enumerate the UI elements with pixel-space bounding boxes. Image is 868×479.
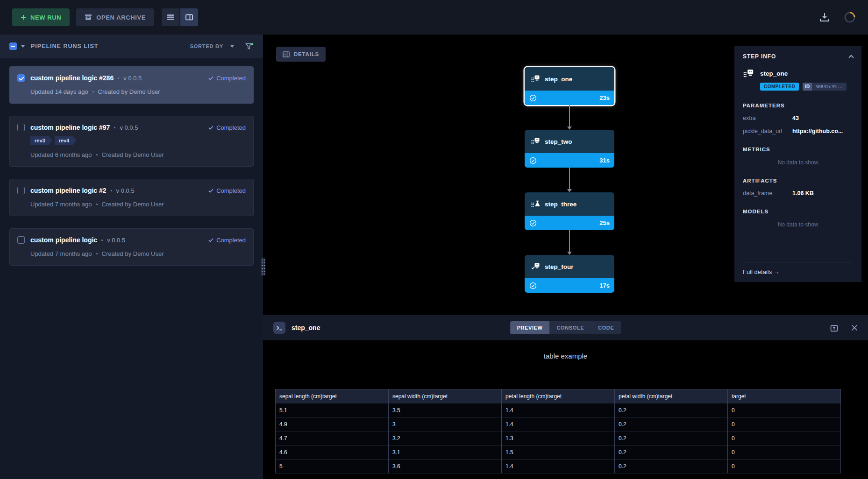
table-row: 4.6 3.1 1.5 0.2 0 xyxy=(276,445,841,459)
step-info-header: STEP INFO xyxy=(743,53,853,60)
preview-table-title: table example xyxy=(263,352,868,360)
node-header: step_one xyxy=(525,67,614,91)
run-card[interactable]: custom pipeline logic #286 v 0.0.5 Compl… xyxy=(9,66,254,104)
run-creator: Created by Demo User xyxy=(98,88,160,95)
full-details-link[interactable]: Full details → xyxy=(743,262,853,275)
separator-dot xyxy=(96,154,98,155)
id-badge[interactable]: ID 30832c35... xyxy=(803,83,847,91)
node-duration: 25s xyxy=(599,219,610,226)
flask-icon xyxy=(531,200,540,208)
run-meta: Updated 14 days ago Created by Demo User xyxy=(30,88,246,95)
plus-icon xyxy=(21,14,26,20)
run-title: custom pipeline logic xyxy=(30,236,97,244)
parameter-value: https://github.co... xyxy=(792,128,843,134)
table-cell: 0 xyxy=(728,459,841,473)
preview-header: step_one PREVIEW CONSOLE CODE xyxy=(263,315,868,340)
run-title: custom pipeline logic #97 xyxy=(30,124,110,131)
run-card[interactable]: custom pipeline logic #2 v 0.0.5 Complet… xyxy=(9,179,254,216)
table-view-toggle[interactable] xyxy=(162,8,179,26)
table-cell: 0.2 xyxy=(615,445,728,459)
dag-canvas[interactable]: DETAILS step_one xyxy=(263,35,868,315)
pipeline-node-step-three[interactable]: step_three 25s xyxy=(525,192,614,230)
run-card-top: custom pipeline logic #286 v 0.0.5 Compl… xyxy=(17,74,246,82)
pipeline-node-step-two[interactable]: step_two 31s xyxy=(525,130,614,168)
step-badges: COMPLETED ID 30832c35... xyxy=(760,83,853,91)
table-cell: 0.2 xyxy=(615,459,728,473)
metrics-section-title: METRICS xyxy=(743,147,853,152)
run-status-badge: Completed xyxy=(208,187,246,194)
step-preview-panel: step_one PREVIEW CONSOLE CODE xyxy=(263,315,868,479)
popout-button[interactable] xyxy=(830,324,838,332)
run-updated: Updated 6 months ago xyxy=(30,151,92,158)
separator-dot xyxy=(118,77,119,79)
pipeline-node-step-one[interactable]: step_one 23s xyxy=(525,67,614,105)
table-cell: 0 xyxy=(728,431,841,445)
table-cell: 3 xyxy=(389,417,502,431)
step-name: step_one xyxy=(760,70,788,77)
table-cell: 0.2 xyxy=(615,403,728,417)
tab-code[interactable]: CODE xyxy=(591,321,621,334)
select-all-checkbox[interactable] xyxy=(9,42,17,50)
filter-button[interactable] xyxy=(245,43,254,50)
node-status-bar: 31s xyxy=(525,153,614,168)
chevron-up-icon[interactable] xyxy=(848,55,854,60)
panel-resize-handle[interactable] xyxy=(261,258,265,275)
topbar-actions xyxy=(819,11,856,23)
preview-header-actions xyxy=(830,324,858,332)
runs-list-header: PIPELINE RUNS LIST SORTED BY xyxy=(0,35,263,58)
main-layout: PIPELINE RUNS LIST SORTED BY xyxy=(0,35,868,479)
tab-preview[interactable]: PREVIEW xyxy=(510,321,550,334)
tag[interactable]: rev3 xyxy=(30,136,52,145)
table-row: 5 3.6 1.4 0.2 0 xyxy=(276,459,841,473)
run-card[interactable]: custom pipeline logic v 0.0.5 Completed … xyxy=(9,228,254,266)
node-name: step_one xyxy=(545,76,572,83)
pipeline-node-step-four[interactable]: step_four 17s xyxy=(525,255,614,293)
table-cell: 3.1 xyxy=(389,445,502,459)
table-header-cell: sepal width (cm)target xyxy=(389,389,502,403)
run-checkbox[interactable] xyxy=(17,74,25,82)
table-header-cell: target xyxy=(728,389,841,403)
sorted-by-dropdown[interactable]: SORTED BY xyxy=(190,43,234,49)
node-duration: 23s xyxy=(599,94,610,101)
run-status-badge: Completed xyxy=(208,75,246,82)
open-archive-button[interactable]: OPEN ARCHIVE xyxy=(76,8,154,26)
close-button[interactable] xyxy=(851,324,858,331)
tab-console[interactable]: CONSOLE xyxy=(550,321,591,334)
usage-gauge-button[interactable] xyxy=(844,11,856,23)
run-version: v 0.0.5 xyxy=(120,124,138,131)
selection-menu-caret-icon[interactable] xyxy=(21,45,25,48)
download-icon xyxy=(819,13,830,22)
new-run-button[interactable]: NEW RUN xyxy=(12,8,70,26)
run-checkbox[interactable] xyxy=(17,124,25,131)
separator-dot xyxy=(96,204,98,205)
split-view-toggle[interactable] xyxy=(180,8,198,26)
check-icon xyxy=(208,76,213,80)
node-header: step_two xyxy=(525,130,614,153)
id-badge-label: ID xyxy=(803,83,812,91)
run-title: custom pipeline logic #2 xyxy=(30,187,107,194)
tag[interactable]: rev4 xyxy=(55,136,77,145)
run-creator: Created by Demo User xyxy=(102,151,164,158)
node-name: step_three xyxy=(545,201,576,208)
node-name: step_four xyxy=(545,263,574,270)
run-updated: Updated 7 months ago xyxy=(30,250,92,257)
details-button[interactable]: DETAILS xyxy=(276,47,326,62)
table-cell: 5 xyxy=(276,459,389,473)
download-button[interactable] xyxy=(819,13,830,22)
sorted-by-label: SORTED BY xyxy=(190,43,223,49)
run-checkbox[interactable] xyxy=(17,236,25,244)
details-icon xyxy=(283,51,290,57)
run-checkbox[interactable] xyxy=(17,187,25,194)
table-cell: 1.3 xyxy=(502,431,615,445)
dag-edge-arrow xyxy=(567,168,572,192)
run-version: v 0.0.5 xyxy=(116,187,135,194)
artifact-value: 1.06 KB xyxy=(792,190,814,197)
completed-check-icon xyxy=(529,94,537,102)
artifacts-section-title: ARTIFACTS xyxy=(743,178,853,183)
run-meta: Updated 7 months ago Created by Demo Use… xyxy=(30,201,246,208)
node-status-bar: 25s xyxy=(525,216,614,230)
step-info-panel: STEP INFO step_one COMPLETED xyxy=(734,46,861,282)
run-card[interactable]: custom pipeline logic #97 v 0.0.5 Comple… xyxy=(9,116,254,167)
parameters-section-title: PARAMETERS xyxy=(743,103,853,108)
separator-dot xyxy=(111,190,112,191)
